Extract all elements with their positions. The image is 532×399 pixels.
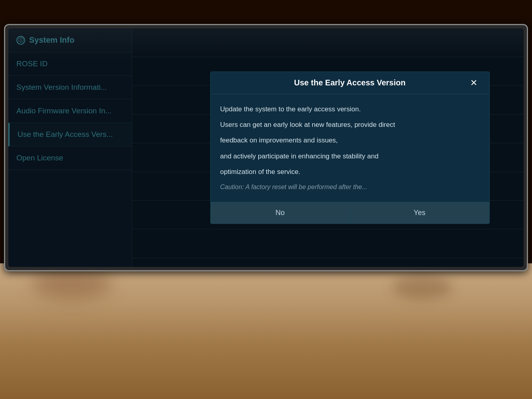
dialog-title: Use the Early Access Version: [232, 78, 468, 87]
dialog-header: Use the Early Access Version ✕: [211, 72, 489, 94]
dialog-body-line1: Update the system to the early access ve…: [220, 104, 480, 115]
dialog-footer: No Yes: [211, 202, 489, 223]
no-button[interactable]: No: [211, 202, 350, 223]
dialog-body-line2: Users can get an early look at new featu…: [220, 119, 480, 130]
dialog-body-line4: and actively participate in enhancing th…: [220, 151, 480, 162]
tv-frame: ⓘ System Info ROSE ID System Version Inf…: [4, 24, 528, 271]
close-button[interactable]: ✕: [468, 79, 480, 87]
dialog-body-line3: feedback on improvements and issues,: [220, 135, 480, 146]
dialog-body-line5: optimization of the service.: [220, 166, 480, 177]
tv-screen: ⓘ System Info ROSE ID System Version Inf…: [8, 28, 524, 267]
countertop: [0, 263, 532, 399]
dialog-body: Update the system to the early access ve…: [211, 94, 489, 202]
dialog-truncated-text: Caution: A factory reset will be perform…: [220, 182, 480, 192]
early-access-dialog: Use the Early Access Version ✕ Update th…: [210, 71, 490, 224]
yes-button[interactable]: Yes: [350, 202, 489, 223]
